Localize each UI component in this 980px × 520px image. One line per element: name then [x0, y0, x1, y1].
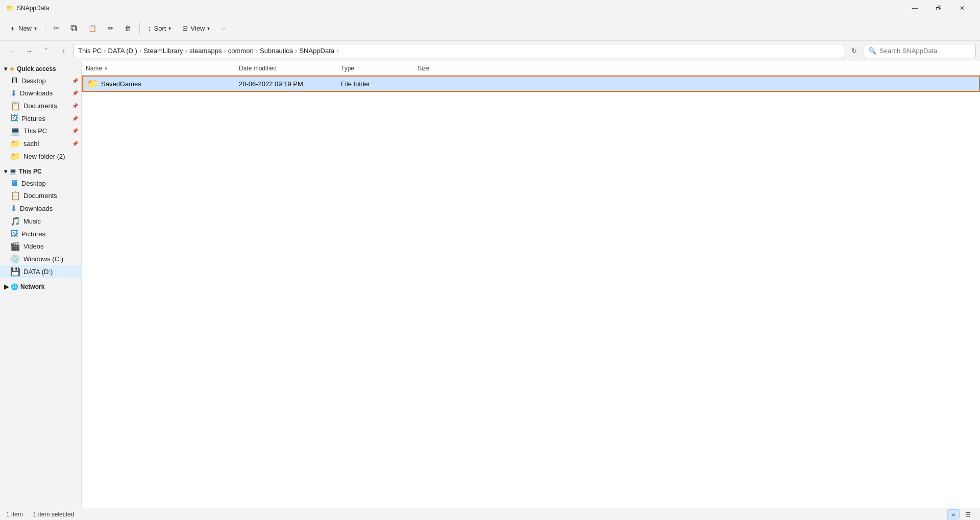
close-button[interactable]: ✕	[950, 0, 974, 16]
sidebar-item-desktop-pc[interactable]: 🖥 Desktop	[0, 177, 81, 189]
sort-button[interactable]: ↕ Sort ▾	[143, 19, 176, 38]
sachi-qa-icon: 📁	[10, 139, 20, 148]
path-this-pc[interactable]: This PC	[78, 47, 102, 55]
col-name-header[interactable]: Name ∧	[86, 65, 239, 72]
network-icon: 🌐	[11, 283, 18, 290]
saved-games-icon: 📁	[87, 78, 98, 89]
quick-access-header[interactable]: ▾ ★ Quick access	[0, 63, 81, 75]
dropdown-recent-button[interactable]: ˅	[39, 43, 54, 59]
sidebar-item-documents-pc[interactable]: 📋 Documents	[0, 189, 81, 202]
file-row-saved-games[interactable]: 📁 SavedGames 28-06-2022 09:19 PM File fo…	[82, 76, 980, 92]
status-info: 1 item 1 item selected	[6, 511, 74, 518]
search-input[interactable]	[879, 47, 966, 55]
quick-access-chevron: ▾	[4, 65, 7, 72]
up-button[interactable]: ↑	[56, 43, 71, 59]
pin-icon-sachi: 📌	[72, 141, 78, 146]
pin-icon-pc: 📌	[72, 128, 78, 134]
col-date-label: Date modified	[239, 65, 277, 72]
cut-icon: ✂	[54, 24, 59, 32]
pictures-pc-icon: 🖼	[10, 229, 18, 238]
copy-icon: ⧉	[70, 23, 77, 34]
videos-pc-icon: 🎬	[10, 241, 20, 251]
list-view-icon: ≡	[951, 510, 955, 518]
this-pc-header[interactable]: ▾ 💻 This PC	[0, 166, 81, 177]
file-list-header: Name ∧ Date modified Type Size	[82, 61, 980, 76]
cut-button[interactable]: ✂	[48, 19, 64, 38]
col-date-header[interactable]: Date modified	[239, 65, 341, 72]
documents-pc-icon: 📋	[10, 191, 20, 201]
minimize-button[interactable]: —	[903, 0, 927, 16]
item-count: 1 item	[6, 511, 23, 518]
downloads-pc-label: Downloads	[20, 205, 53, 212]
sidebar-item-desktop-qa[interactable]: 🖥 Desktop 📌	[0, 75, 81, 87]
col-size-label: Size	[418, 65, 429, 72]
view-icon: ⊞	[182, 24, 188, 32]
file-area: Name ∧ Date modified Type Size 📁 SavedGa…	[82, 61, 980, 508]
path-snappdata[interactable]: SNAppData	[299, 47, 334, 55]
list-view-button[interactable]: ≡	[947, 509, 960, 519]
sidebar-item-newfolder-qa[interactable]: 📁 New folder (2)	[0, 150, 81, 163]
sidebar-item-thispc-qa[interactable]: 💻 This PC 📌	[0, 125, 81, 137]
view-button[interactable]: ⊞ View ▾	[177, 19, 215, 38]
windows-c-icon: 💿	[10, 254, 20, 264]
sidebar-item-data-d[interactable]: 💾 DATA (D:)	[0, 265, 81, 278]
path-steamapps[interactable]: steamapps	[189, 47, 222, 55]
search-box[interactable]: 🔍	[864, 44, 976, 58]
view-label: View	[190, 24, 205, 32]
sidebar-item-documents-qa[interactable]: 📋 Documents 📌	[0, 100, 81, 112]
sidebar-item-sachi-qa[interactable]: 📁 sachi 📌	[0, 137, 81, 150]
saved-games-name: SavedGames	[101, 80, 239, 88]
status-right: ≡ ⊞	[947, 509, 974, 519]
window-title: SNAppData	[17, 5, 49, 12]
col-type-header[interactable]: Type	[341, 65, 418, 72]
path-data-d[interactable]: DATA (D:)	[108, 47, 137, 55]
new-dropdown-icon: ▾	[34, 26, 37, 31]
thispc-qa-icon: 💻	[10, 126, 20, 136]
window-icon: 📁	[6, 5, 14, 12]
quick-access-star-icon: ★	[9, 65, 15, 72]
path-common[interactable]: common	[228, 47, 254, 55]
toolbar: ＋ New ▾ ✂ ⧉ 📋 ✏ 🗑 ↕ Sort ▾ ⊞ View ▾ ···	[0, 16, 980, 41]
rename-icon: ✏	[108, 24, 113, 32]
col-size-header[interactable]: Size	[418, 65, 469, 72]
pin-icon-dl: 📌	[72, 90, 78, 96]
refresh-button[interactable]: ↻	[846, 43, 862, 59]
sidebar-item-windows-c[interactable]: 💿 Windows (C:)	[0, 253, 81, 265]
grid-view-button[interactable]: ⊞	[962, 509, 974, 519]
windows-c-label: Windows (C:)	[23, 255, 63, 263]
new-button[interactable]: ＋ New ▾	[4, 19, 42, 38]
sidebar-item-videos-pc[interactable]: 🎬 Videos	[0, 240, 81, 253]
maximize-button[interactable]: 🗗	[927, 0, 950, 16]
more-button[interactable]: ···	[216, 19, 232, 38]
documents-qa-label: Documents	[23, 102, 57, 110]
selected-count: 1 item selected	[33, 511, 75, 518]
toolbar-separator-1	[45, 22, 45, 35]
path-subnautica[interactable]: Subnautica	[260, 47, 293, 55]
paste-button[interactable]: 📋	[83, 19, 102, 38]
path-steamlibrary[interactable]: SteamLibrary	[143, 47, 183, 55]
grid-view-icon: ⊞	[965, 510, 971, 518]
sidebar-item-downloads-qa[interactable]: ⬇ Downloads 📌	[0, 87, 81, 100]
data-d-label: DATA (D:)	[23, 268, 53, 276]
toolbar-separator-2	[139, 22, 140, 35]
sidebar-item-pictures-pc[interactable]: 🖼 Pictures	[0, 228, 81, 240]
view-dropdown-icon: ▾	[207, 26, 210, 31]
thispc-qa-label: This PC	[23, 127, 47, 135]
sidebar-item-music-pc[interactable]: 🎵 Music	[0, 215, 81, 228]
desktop-qa-label: Desktop	[21, 77, 46, 85]
saved-games-date: 28-06-2022 09:19 PM	[239, 80, 341, 88]
network-header[interactable]: ▶ 🌐 Network	[0, 281, 81, 292]
sidebar-item-pictures-qa[interactable]: 🖼 Pictures 📌	[0, 112, 81, 125]
copy-button[interactable]: ⧉	[65, 19, 82, 38]
delete-button[interactable]: 🗑	[119, 19, 136, 38]
new-icon: ＋	[9, 24, 16, 33]
music-pc-icon: 🎵	[10, 216, 20, 226]
sidebar-item-downloads-pc[interactable]: ⬇ Downloads	[0, 202, 81, 215]
videos-pc-label: Videos	[23, 242, 44, 250]
forward-button[interactable]: →	[21, 43, 37, 59]
sidebar: ▾ ★ Quick access 🖥 Desktop 📌 ⬇ Downloads…	[0, 61, 82, 508]
sort-arrow-icon: ∧	[104, 65, 108, 71]
status-separator	[24, 511, 31, 518]
rename-button[interactable]: ✏	[103, 19, 118, 38]
back-button[interactable]: ←	[4, 43, 19, 59]
